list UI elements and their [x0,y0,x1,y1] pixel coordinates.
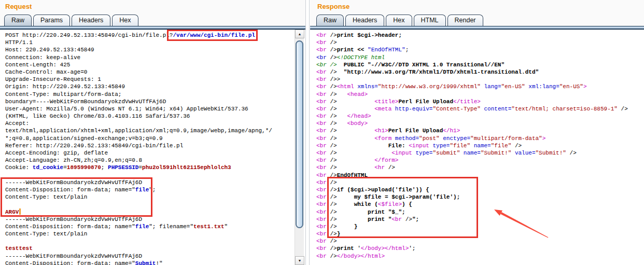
panel-divider [309,0,310,265]
code-segment: /> [327,238,337,244]
code-segment: lang= [481,83,501,90]
code-segment: xmlns= [354,83,378,90]
request-code-line: Accept-Encoding: gzip, deflate [5,149,305,157]
code-segment: <br [316,224,327,230]
code-segment: <br [316,99,327,105]
request-code-line: Cookie: td_cookie=1895990870; PHPSESSID=… [5,164,305,171]
code-segment: /> [327,201,337,207]
scroll-up-button[interactable]: ▲ [295,30,304,38]
code-segment: xml:lang= [525,83,559,90]
request-tab-raw[interactable]: Raw [4,15,32,26]
code-segment: <br [316,47,327,53]
code-segment: file [135,224,149,230]
scroll-down-button[interactable]: ▼ [295,256,304,265]
code-segment: file [135,187,149,193]
code-segment: "en-US" [501,83,525,90]
code-segment: /> [327,150,391,156]
code-segment: <br [316,209,327,215]
request-code-line: Accept-Language: zh-CN,zh;q=0.9,en;q=0.8 [5,157,305,164]
code-segment: /> [327,172,337,178]
code-segment: content= [481,106,511,112]
code-segment: <body> [347,120,368,127]
response-tab-render[interactable]: Render [447,15,483,26]
code-segment: <head> [347,91,368,97]
code-segment: "file" [491,143,512,149]
request-tab-params[interactable]: Params [33,15,70,26]
request-code-line: Content-Disposition: form-data; name="fi… [5,223,305,230]
request-tab-headers[interactable]: Headers [72,15,110,26]
request-code-line: Content-Disposition: form-data; name="fi… [5,186,305,193]
code-segment: <br [316,194,327,200]
code-segment: ; [405,47,409,53]
code-segment: Referer: http://220.249.52.133:45849/cgi… [5,143,183,149]
code-segment: <br [316,135,327,142]
code-segment: <br [316,164,327,171]
code-segment: <form [374,135,391,142]
code-segment: print " [337,216,392,222]
code-segment: "; [149,187,156,193]
response-viewer[interactable]: <br />print $cgi->header;<br /><br />pri… [310,30,644,265]
scrollbar-thumb[interactable] [296,40,303,228]
request-code-line: ARGV [5,208,305,216]
code-segment: PUBLIC "-//W3C//DTD XHTML 1.0 Transition… [337,62,505,68]
code-segment: /> [327,245,337,252]
request-code-line: Content-Type: text/plain [5,193,305,201]
code-segment: "http://www.w3.org/TR/xhtml1/DTD/xhtml1-… [337,69,539,75]
response-tab-html[interactable]: HTML [414,15,446,26]
code-segment: </body></html> [337,253,385,259]
code-segment: Perl File Upload [398,99,453,105]
request-panel-title: Request [5,3,32,10]
request-code-line: Content-Length: 425 [5,61,305,68]
code-segment: <br [316,76,327,82]
code-segment: <br [316,157,327,163]
code-segment: Content-Disposition: form-data; name=" [5,187,135,193]
request-code-line: Cache-Control: max-age=0 [5,68,305,76]
code-segment: /> [327,47,337,53]
code-segment: " [225,224,228,230]
code-segment: /> [327,179,337,186]
code-segment: POST http://220.249.52.133:45849/cgi-bin… [5,32,170,38]
code-segment: "Content-Type" [432,106,480,112]
request-code-line: Content-Disposition: form-data; name="Su… [5,260,305,265]
response-code-line: <br />> [316,76,644,83]
request-editor[interactable]: POST http://220.249.52.133:45849/cgi-bin… [0,30,305,265]
code-segment: <br [316,69,327,75]
code-segment: enctype= [440,135,470,142]
request-tab-hex[interactable]: Hex [112,15,138,26]
code-segment: boundary=----WebKitFormBoundaryokzdVwHvU… [5,99,166,105]
request-code-line: (KHTML, like Gecko) Chrome/83.0.4103.116… [5,113,305,120]
response-code-line: <br /> PUBLIC "-//W3C//DTD XHTML 1.0 Tra… [316,61,644,68]
code-segment: "en-US" [559,83,583,90]
code-segment: /> [327,194,337,200]
tab-strip-edge [310,26,644,30]
response-tab-headers[interactable]: Headers [345,15,384,26]
code-segment: print << [337,47,368,53]
response-code-line: <br /> [316,238,644,245]
code-segment: </form> [374,157,398,163]
code-segment: Content-Disposition: form-data; name=" [5,260,135,265]
code-segment: /> [327,253,337,259]
code-segment: /> [327,128,374,134]
response-code-line: <br />if ($cgi->upload('file')) { [316,186,644,193]
request-code-line: Host: 220.249.52.133:45849 [5,46,305,53]
request-code-line: ------WebKitFormBoundaryokzdVwHvUTfFAj6D [5,216,305,223]
response-tabs: RawHeadersHexHTMLRender [316,15,483,26]
code-segment: /var/www/cgi-bin/file.pl [173,32,255,38]
code-segment: "EndOfHTML" [368,47,405,53]
request-scrollbar[interactable]: ▲ ▼ [295,30,304,265]
code-segment: <!DOCTYPE html [337,54,385,61]
code-segment: <html [337,83,354,90]
code-segment: /> [511,143,522,149]
code-segment: HTTP/1.1 [5,39,33,46]
code-segment: <$file> [378,201,402,207]
response-tab-hex[interactable]: Hex [386,15,412,26]
code-segment: </body></html> [361,245,409,252]
response-tab-raw[interactable]: Raw [316,15,344,26]
code-segment: /> [327,216,337,222]
code-segment: type= [429,143,450,149]
code-segment: } [337,231,341,237]
response-code-line: <br /> </form> [316,157,644,164]
code-segment: Accept-Encoding: gzip, deflate [5,150,108,156]
request-code-line: ------WebKitFormBoundaryokzdVwHvUTfFAj6D [5,179,305,186]
code-segment: /> [618,106,628,112]
